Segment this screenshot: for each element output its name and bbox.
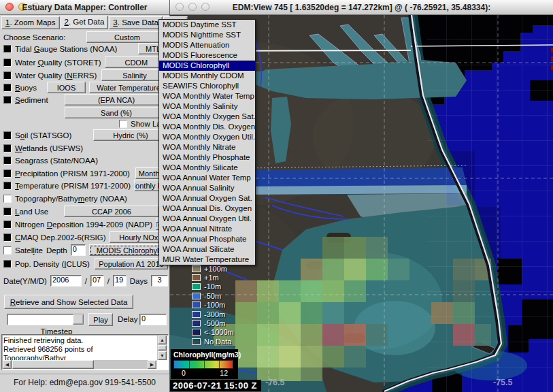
month-input[interactable]: 07 [90, 275, 104, 287]
tab-get-data[interactable]: 2. Get Data [61, 16, 109, 29]
scroll-down-icon[interactable]: ▼ [158, 351, 167, 360]
elevation-legend-row: -100m [192, 301, 234, 310]
landuse-checkbox[interactable] [3, 208, 12, 216]
menu-item[interactable]: SEAWIFS Chlorophyll [159, 81, 255, 91]
map-timestamp: 2006-07-21 15:00 Z [170, 380, 261, 391]
seagrass-checkbox[interactable] [3, 157, 12, 165]
menu-item[interactable]: WOA Annual Dis. Oxygen [159, 203, 255, 214]
tab-zoom-maps[interactable]: 1. Zoom Maps [1, 16, 60, 29]
satellite-checkbox[interactable] [3, 246, 12, 255]
soil-variable-button[interactable]: Hydric (%) [93, 129, 168, 141]
day-input[interactable]: 19 [113, 275, 127, 287]
menu-item[interactable]: MODIS Attenuation [159, 40, 255, 50]
menu-item[interactable]: WOA Annual Phosphate [159, 234, 255, 244]
menu-item[interactable]: WOA Monthly Oxygen Util. [159, 132, 255, 142]
elevation-legend-row: -10m [192, 282, 234, 291]
satellite-variable-button[interactable]: MODIS Chlorophyll [89, 244, 168, 256]
buoys-checkbox[interactable] [3, 84, 12, 92]
menu-item[interactable]: WOA Monthly Dis. Oxygen [159, 122, 255, 132]
storet-checkbox[interactable] [3, 59, 12, 67]
popdensity-variable-button[interactable]: Population A1 2010 [95, 258, 168, 270]
date-label: Date(Y/M/D) [3, 277, 47, 285]
elevation-legend-row: +100m [192, 264, 234, 273]
landuse-variable-button[interactable]: CCAP 2006 [64, 206, 159, 217]
depth-label: Depth [46, 246, 67, 255]
log-line: Retrieved 968256 points of Topography/Ba… [3, 345, 156, 360]
tab-save-data[interactable]: 3. Save Data [109, 16, 163, 29]
buoys-variable-button[interactable]: Water Temperature [89, 82, 168, 93]
temperature-checkbox[interactable] [3, 182, 12, 190]
nitrogen-checkbox[interactable] [3, 220, 12, 229]
chlorophyll-max: 12 [220, 369, 228, 377]
buoys-label: Buoys [15, 84, 37, 92]
nerrs-checkbox[interactable] [3, 71, 12, 80]
menu-item[interactable]: MODIS Daytime SST [159, 20, 255, 30]
topography-checkbox[interactable] [3, 195, 12, 203]
timestep-slider[interactable] [7, 314, 84, 325]
menu-item[interactable]: MODIS Monthly CDOM [159, 71, 255, 81]
horizontal-scroll-thumb[interactable] [12, 360, 94, 369]
landuse-label: Land Use [15, 208, 48, 216]
map-window-title: EDM:View 745 [ 1.63520deg = 147.272km] @… [170, 3, 553, 12]
sediment-source-button[interactable]: (EPA NCA) [65, 94, 168, 105]
menu-item[interactable]: MODIS Nighttime SST [159, 30, 255, 40]
menu-item[interactable]: WOA Annual Oxygen Util. [159, 214, 255, 224]
sediment-checkbox[interactable] [3, 96, 12, 104]
elevation-legend-row: <-1000m [192, 328, 234, 337]
menu-item[interactable]: WOA Annual Water Temp [159, 173, 255, 183]
soil-checkbox[interactable] [3, 131, 12, 140]
wetlands-checkbox[interactable] [3, 144, 12, 152]
menu-item[interactable]: WOA Annual Silicate [159, 244, 255, 255]
delay-input[interactable]: 0 [139, 314, 167, 325]
popdensity-checkbox[interactable] [3, 260, 12, 268]
sediment-variable-button[interactable]: Sand (%) [65, 107, 168, 118]
precipitation-checkbox[interactable] [3, 169, 12, 178]
menu-item[interactable]: WOA Monthly Phosphate [159, 152, 255, 163]
source-row-nitrogen: Nitrogen Deposition 1994-2009 (NADP) Tot… [3, 218, 168, 230]
lon-label: -75.5 [493, 378, 513, 387]
controller-window: Estuary Data Mapper: Controller 1. Zoom … [0, 0, 170, 392]
wetlands-label: Wetlands (USFWS) [15, 144, 83, 152]
scenario-button[interactable]: Custom [86, 31, 168, 43]
retrieve-button[interactable]: Retrieve and Show Selected Data [4, 295, 133, 309]
elevation-swatch [192, 274, 201, 281]
horizontal-scrollbar[interactable]: ◀ ▶ [3, 360, 156, 369]
elevation-legend-row: +1m [192, 273, 234, 282]
tidal-checkbox[interactable] [3, 45, 12, 53]
vertical-scrollbar[interactable]: ▲ ▼ [157, 336, 167, 360]
depth-input[interactable]: 0 [71, 244, 86, 256]
map-window-titlebar[interactable]: EDM:View 745 [ 1.63520deg = 147.272km] @… [170, 0, 553, 15]
menu-item[interactable]: WOA Monthly Silicate [159, 163, 255, 173]
message-log[interactable]: Finished retrieving data.Retrieved 96825… [1, 334, 169, 370]
elevation-label: <-1000m [204, 328, 234, 336]
scroll-up-icon[interactable]: ▲ [158, 336, 167, 344]
scroll-left-icon[interactable]: ◀ [3, 360, 12, 369]
show-labels-checkbox[interactable] [119, 120, 127, 128]
menu-item[interactable]: MODIS Fluorescence [159, 50, 255, 61]
menu-item[interactable]: WOA Monthly Oxygen Sat. [159, 112, 255, 122]
cmaq-checkbox[interactable] [3, 233, 12, 242]
menu-item[interactable]: WOA Monthly Nitrate [159, 142, 255, 152]
days-input[interactable]: 3 [151, 275, 168, 287]
elevation-label: -100m [204, 301, 225, 309]
buoys-network-button[interactable]: IOOS [47, 82, 86, 93]
menu-item[interactable]: MODIS Chlorophyll [159, 61, 255, 71]
source-row-nerrs: Water Quality (NERRS) Salinity [3, 69, 168, 81]
play-button[interactable]: Play [88, 313, 113, 326]
timestep-slider-handle[interactable] [73, 314, 84, 325]
vertical-scroll-thumb[interactable] [158, 345, 167, 350]
menu-item[interactable]: MUR Water Temperature [159, 255, 255, 265]
menu-item[interactable]: WOA Annual Oxygen Sat. [159, 193, 255, 203]
source-row-popdensity: Pop. Density (ICLUS) Population A1 2010 [3, 258, 168, 270]
controller-titlebar[interactable]: Estuary Data Mapper: Controller [0, 0, 169, 15]
tidal-label: Tidal Gauge Stations (NOAA) [15, 45, 117, 53]
menu-item[interactable]: WOA Monthly Salinity [159, 101, 255, 112]
message-log-lines: Finished retrieving data.Retrieved 96825… [3, 336, 156, 360]
menu-item[interactable]: WOA Annual Salinity [159, 183, 255, 193]
menu-item[interactable]: WOA Annual Nitrate [159, 224, 255, 234]
elevation-swatch [192, 301, 201, 308]
scroll-right-icon[interactable]: ▶ [148, 360, 156, 369]
year-input[interactable]: 2006 [50, 275, 82, 287]
elevation-label: No Data [204, 338, 231, 346]
menu-item[interactable]: WOA Monthly Water Temp [159, 91, 255, 101]
